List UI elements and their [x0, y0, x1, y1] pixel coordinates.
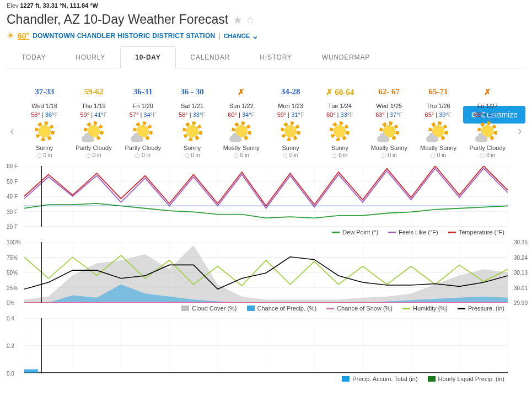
day-precip: ◌ 0 in	[413, 152, 463, 158]
legend-item: Chance of Precip. (%)	[247, 305, 317, 312]
day-temps: 59° | 41°F	[69, 111, 118, 118]
day-label: Fri 1/27	[463, 103, 512, 109]
cloud-icon	[377, 136, 389, 142]
day-col[interactable]: ✗Sun 1/2260° | 34°FMostly Sunny◌ 0 in	[217, 100, 266, 162]
day-col[interactable]: ✗Fri 1/2765° | 41°FPartly Cloudy◌ 0 in	[463, 100, 512, 162]
handwritten-annotation: 62- 67	[364, 87, 413, 97]
day-label: Mon 1/23	[266, 103, 315, 109]
y-axis-label: 60 F	[7, 163, 18, 169]
next-arrow[interactable]: ›	[512, 124, 528, 138]
day-col[interactable]: 65-71Thu 1/2665° | 39°FMostly Sunny◌ 0 i…	[413, 100, 463, 162]
legend-item: Temperature (°F)	[448, 229, 504, 235]
prev-arrow[interactable]: ‹	[4, 124, 20, 138]
cloud-icon	[426, 136, 438, 142]
handwritten-annotation: 36 - 30	[168, 87, 217, 97]
change-station-link[interactable]: CHANGE ⌄	[224, 31, 259, 40]
day-col[interactable]: 34-28Mon 1/2359° | 31°FSunny◌ 0 in	[266, 100, 315, 162]
day-precip: ◌ 0 in	[20, 152, 69, 158]
weather-sun-icon	[84, 121, 104, 141]
day-precip: ◌ 0 in	[119, 152, 168, 158]
day-condition: Sunny	[168, 144, 217, 151]
cloud-icon	[82, 136, 94, 142]
day-temps: 59° | 31°F	[266, 111, 315, 118]
current-temp[interactable]: 60°	[18, 31, 29, 40]
legend-item: Hourly Liquid Precip. (in)	[428, 376, 504, 382]
handwritten-annotation: 37-33	[20, 87, 69, 97]
y-axis-label: 0.0	[7, 371, 14, 377]
tab-wundermap[interactable]: WUNDERMAP	[307, 46, 385, 68]
day-condition: Partly Cloudy	[463, 144, 512, 151]
day-temps: 57° | 34°F	[119, 111, 168, 118]
y-axis-label: 0.4	[7, 315, 14, 322]
y-axis-label: 30.24	[514, 254, 528, 260]
day-label: Tue 1/24	[315, 103, 364, 109]
humidity-chart-svg	[24, 242, 508, 303]
tab-calendar[interactable]: CALENDAR	[176, 46, 245, 68]
y-axis-label: 30.13	[514, 270, 528, 276]
legend-item: Feels Like (°F)	[388, 229, 438, 235]
day-col[interactable]: 37-33Wed 1/1858° | 36°FSunny◌ 0 in	[20, 100, 69, 162]
day-condition: Mostly Sunny	[364, 144, 413, 151]
legend-item: Dew Point (°)	[332, 229, 378, 235]
y-axis-label: 25%	[7, 285, 18, 291]
cloud-icon	[229, 136, 241, 142]
day-temps: 58° | 36°F	[20, 111, 69, 118]
day-condition: Sunny	[266, 144, 315, 151]
day-precip: ◌ 0 in	[463, 152, 512, 158]
weather-sun-icon	[379, 121, 399, 141]
day-temps: 65° | 41°F	[463, 111, 512, 118]
day-temps: 60° | 34°F	[217, 111, 266, 118]
svg-rect-48	[24, 369, 38, 373]
home-icon[interactable]: ⌂	[247, 13, 254, 26]
handwritten-annotation: ✗	[463, 87, 512, 97]
day-precip: ◌ 0 in	[315, 152, 364, 158]
tab-hourly[interactable]: HOURLY	[61, 46, 120, 68]
day-condition: Sunny	[315, 144, 364, 151]
tab-today[interactable]: TODAY	[7, 46, 61, 68]
handwritten-annotation: 59-62	[69, 87, 118, 97]
day-temps: 58° | 33°F	[168, 111, 217, 118]
content: ⚙ Customize ‹ 37-33Wed 1/1858° | 36°FSun…	[0, 100, 532, 384]
elevation-meta: Elev 1227 ft, 33.31 °N, 111.84 °W	[0, 0, 532, 11]
day-col[interactable]: 36 - 30Sat 1/2158° | 33°FSunny◌ 0 in	[168, 100, 217, 162]
y-axis-label: 50%	[7, 270, 18, 276]
weather-sun-icon	[133, 121, 153, 141]
weather-sun-icon	[281, 121, 300, 141]
y-axis-label: 40 F	[7, 194, 18, 200]
favorite-star-icon[interactable]: ★	[233, 13, 243, 26]
precip-legend: Precip. Accum. Total (in)Hourly Liquid P…	[24, 373, 508, 384]
y-axis-label: 30.01	[514, 285, 528, 291]
day-precip: ◌ 0 in	[217, 152, 266, 158]
forecast-row: ‹ 37-33Wed 1/1858° | 36°FSunny◌ 0 in59-6…	[4, 100, 528, 162]
day-col[interactable]: 62- 67Wed 1/2563° | 37°FMostly Sunny◌ 0 …	[364, 100, 413, 162]
y-axis-label: 100%	[7, 239, 21, 245]
day-col[interactable]: ✗ 60-64Tue 1/2460° | 33°FSunny◌ 0 in	[315, 100, 364, 162]
page-title: Chandler, AZ 10-Day Weather Forecast ★ ⌂	[7, 12, 525, 27]
weather-sun-icon	[428, 121, 448, 141]
y-axis-label: 75%	[7, 254, 18, 260]
temp-chart: 60 F50 F40 F30 F20 F	[24, 166, 508, 227]
y-axis-label: 20 F	[7, 224, 18, 230]
tab-history[interactable]: HISTORY	[245, 46, 307, 68]
sun-small-icon: ☀	[7, 30, 14, 41]
day-temps: 63° | 37°F	[364, 111, 413, 118]
day-condition: Sunny	[20, 144, 69, 151]
tab-10-day[interactable]: 10-DAY	[120, 46, 175, 68]
day-columns: 37-33Wed 1/1858° | 36°FSunny◌ 0 in59-62T…	[20, 100, 512, 162]
day-precip: ◌ 0 in	[69, 152, 118, 158]
day-label: Wed 1/18	[20, 103, 69, 109]
cloud-icon	[475, 136, 487, 142]
day-col[interactable]: 59-62Thu 1/1959° | 41°FPartly Cloudy◌ 0 …	[69, 100, 118, 162]
legend-item: Precip. Accum. Total (in)	[342, 376, 417, 382]
precip-chart-svg	[24, 318, 508, 373]
day-condition: Mostly Sunny	[217, 144, 266, 151]
temp-legend: Dew Point (°)Feels Like (°F)Temperature …	[24, 227, 508, 238]
chevron-down-icon: ⌄	[252, 31, 259, 40]
day-col[interactable]: 36-31Fri 1/2057° | 34°FPartly Cloudy◌ 0 …	[119, 100, 168, 162]
day-condition: Partly Cloudy	[119, 144, 168, 151]
y-axis-label: 0%	[7, 300, 14, 306]
y-axis-label: 30 F	[7, 208, 18, 215]
humidity-legend: Cloud Cover (%)Chance of Precip. (%)Chan…	[24, 303, 508, 314]
station-name[interactable]: DOWNTOWN CHANDLER HISTORIC DISTRICT STAT…	[33, 32, 215, 40]
handwritten-annotation: 34-28	[266, 87, 315, 97]
